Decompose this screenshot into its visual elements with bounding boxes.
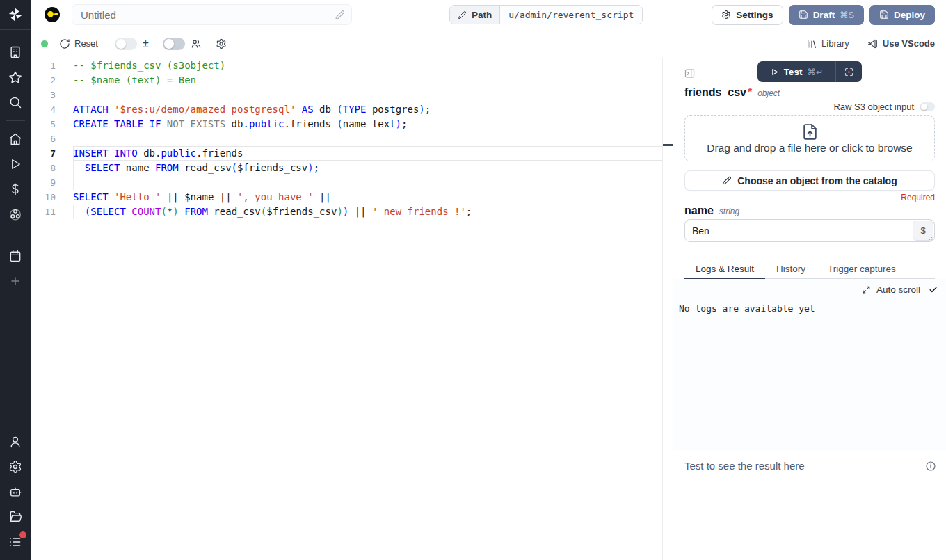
resources-spinner-icon[interactable] [0, 202, 31, 227]
edit-path-pencil-icon [458, 10, 467, 19]
multiplayer-toggle[interactable] [163, 38, 185, 50]
status-dot [41, 40, 48, 47]
home-icon[interactable] [0, 127, 31, 152]
code-line[interactable] [73, 131, 662, 146]
code-line[interactable]: SELECT 'Hello ' || $name || ', you have … [73, 190, 662, 205]
save-icon [799, 10, 808, 19]
edit-title-pencil-icon[interactable] [335, 10, 345, 20]
users-icon [191, 38, 202, 49]
schedules-calendar-icon[interactable] [0, 243, 31, 269]
code-line[interactable]: -- $friends_csv (s3object) [73, 58, 662, 73]
raw-s3-toggle[interactable] [920, 102, 935, 111]
logs-empty-message: No logs are available yet [679, 303, 946, 314]
deploy-label: Deploy [894, 10, 925, 20]
folders-icon[interactable] [0, 504, 31, 529]
test-button-group: Test ⌘↵ [757, 61, 862, 82]
editor-toolbar: Reset ± Library Use VScode [31, 29, 946, 58]
line-number: 3 [31, 88, 56, 102]
name-input-wrap: $ [684, 219, 935, 242]
settings-button[interactable]: Settings [712, 5, 783, 25]
auto-scroll-checkbox[interactable] [929, 285, 938, 294]
code-line[interactable]: SELECT name FROM read_csv($friends_csv); [73, 161, 662, 175]
code-line[interactable]: ATTACH '$res:u/demo/amazed_postgresql' A… [73, 102, 662, 117]
dropzone-text: Drag and drop a file here or click to br… [707, 142, 913, 154]
code-editor[interactable]: 1234567891011 -- $friends_csv (s3object)… [31, 58, 673, 560]
result-panel: Test to see the result here [673, 451, 946, 560]
test-shortcut: ⌘↵ [807, 67, 823, 77]
result-placeholder: Test to see the result here [684, 460, 805, 472]
code-line[interactable] [73, 175, 662, 190]
library-icon [806, 38, 817, 49]
choose-object-label: Choose an object from the catalog [737, 175, 897, 186]
audit-logs-list-icon[interactable] [0, 529, 31, 554]
line-number: 11 [31, 205, 56, 219]
deploy-button[interactable]: Deploy [869, 5, 935, 25]
topbar: Untitled Path u/admin/reverent_script Se… [31, 0, 946, 29]
diff-toggle[interactable] [115, 38, 137, 50]
path-label: Path [472, 10, 492, 20]
settings-gear-icon[interactable] [0, 454, 31, 479]
line-number: 10 [31, 190, 56, 205]
editor-settings-gear-icon[interactable] [216, 38, 227, 49]
draft-shortcut: ⌘S [840, 10, 854, 20]
line-number: 8 [31, 161, 56, 175]
code-line[interactable]: INSERT INTO db.public.friends [73, 146, 662, 161]
code-line[interactable]: -- $name (text) = Ben [73, 73, 662, 88]
draft-button[interactable]: Draft ⌘S [789, 5, 864, 25]
editor-scrollbar-track[interactable] [662, 58, 663, 560]
name-input[interactable] [685, 220, 912, 241]
library-button[interactable]: Library [806, 38, 849, 49]
ai-bot-icon[interactable] [0, 479, 31, 504]
search-icon[interactable] [0, 90, 31, 115]
test-panel: Test ⌘↵ friends_csv * object [673, 58, 946, 560]
choose-object-button[interactable]: Choose an object from the catalog [684, 170, 935, 191]
capture-test-button[interactable] [836, 67, 862, 77]
sidebar-group-schedules [0, 243, 31, 269]
reset-button[interactable]: Reset [59, 38, 98, 49]
tab-trigger-captures[interactable]: Trigger captures [817, 259, 907, 278]
runs-play-icon[interactable] [0, 152, 31, 177]
script-title-input[interactable]: Untitled [72, 4, 352, 25]
favorites-star-icon[interactable] [0, 65, 31, 90]
code-line[interactable]: (SELECT COUNT(*) FROM read_csv($friends_… [73, 205, 662, 219]
line-number: 6 [31, 131, 56, 146]
line-number: 7 [31, 146, 56, 161]
file-dropzone[interactable]: Drag and drop a file here or click to br… [684, 115, 935, 161]
windmill-logo-icon[interactable] [0, 0, 31, 30]
line-number: 9 [31, 175, 56, 190]
code-line[interactable] [73, 88, 662, 102]
workspace-building-icon[interactable] [0, 40, 31, 65]
library-label: Library [821, 38, 849, 49]
script-title-value: Untitled [81, 9, 116, 21]
cursor-overview-marker [663, 144, 673, 146]
line-number: 2 [31, 73, 56, 88]
collapse-panel-icon[interactable] [684, 67, 696, 79]
variables-dollar-icon[interactable] [0, 177, 31, 202]
logs-panel: Auto scroll No logs are available yet [673, 279, 946, 451]
path-button[interactable]: Path u/admin/reverent_script [449, 5, 643, 24]
sidebar-group-top [0, 40, 31, 115]
reset-label: Reset [74, 38, 98, 49]
test-button[interactable]: Test ⌘↵ [757, 67, 835, 77]
tab-logs-result[interactable]: Logs & Result [684, 259, 765, 278]
editor-code[interactable]: -- $friends_csv (s3object)-- $name (text… [73, 58, 662, 219]
resize-handle[interactable] [928, 236, 933, 241]
info-icon[interactable] [925, 461, 936, 472]
add-plus-icon[interactable] [0, 269, 31, 294]
expand-logs-icon[interactable] [862, 285, 871, 294]
use-vscode-button[interactable]: Use VScode [867, 38, 935, 49]
line-number: 5 [31, 117, 56, 131]
save-icon [879, 10, 889, 19]
user-icon[interactable] [0, 429, 31, 454]
path-value: u/admin/reverent_script [500, 6, 642, 24]
line-number: 4 [31, 102, 56, 117]
sidebar [0, 0, 31, 560]
arg-friends-csv-label: friends_csv [684, 86, 746, 99]
raw-s3-toggle-label: Raw S3 object input [833, 102, 914, 112]
code-line[interactable]: CREATE TABLE IF NOT EXISTS db.public.fri… [73, 117, 662, 131]
auto-scroll-label: Auto scroll [876, 285, 920, 295]
tab-history[interactable]: History [765, 259, 817, 278]
path-label-segment: Path [450, 6, 500, 24]
arg-name-label: name [684, 205, 714, 217]
settings-gear-icon [721, 10, 731, 19]
